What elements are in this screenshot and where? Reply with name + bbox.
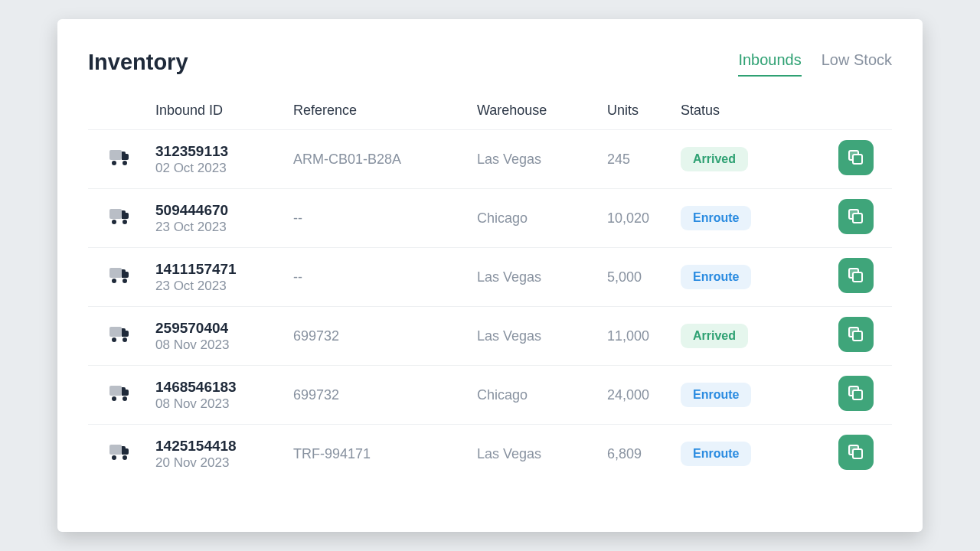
warehouse-value: Las Vegas <box>477 269 541 285</box>
warehouse-value: Las Vegas <box>477 328 541 344</box>
table-row: 31235911302 Oct 2023ARM-CB01-B28ALas Veg… <box>88 130 892 189</box>
inbound-date: 20 Nov 2023 <box>155 455 293 471</box>
truck-icon <box>109 268 131 283</box>
reference-value: -- <box>293 269 302 285</box>
copy-button[interactable] <box>838 258 874 293</box>
inbound-id: 1468546183 <box>155 378 293 396</box>
units-value: 245 <box>607 152 630 167</box>
status-badge: Arrived <box>681 147 748 171</box>
inbound-date: 23 Oct 2023 <box>155 219 293 235</box>
tab-low-stock[interactable]: Low Stock <box>822 51 892 77</box>
inbound-date: 23 Oct 2023 <box>155 278 293 294</box>
card-header: Inventory Inbounds Low Stock <box>88 50 892 77</box>
table-header-row: Inbound ID Reference Warehouse Units Sta… <box>88 103 892 130</box>
inbound-id: 312359113 <box>155 142 293 161</box>
header-warehouse: Warehouse <box>477 103 607 130</box>
copy-icon <box>852 154 863 165</box>
truck-icon <box>109 445 131 460</box>
status-badge: Enroute <box>681 265 751 289</box>
copy-icon <box>852 448 863 459</box>
header-inbound-id: Inbound ID <box>155 103 293 130</box>
table-row: 141115747123 Oct 2023--Las Vegas5,000Enr… <box>88 248 892 307</box>
truck-icon <box>109 386 131 401</box>
reference-value: -- <box>293 210 302 226</box>
reference-value: ARM-CB01-B28A <box>293 152 401 167</box>
warehouse-value: Las Vegas <box>477 446 541 461</box>
units-value: 24,000 <box>607 387 649 403</box>
warehouse-value: Chicago <box>477 210 528 226</box>
reference-value: 699732 <box>293 387 339 403</box>
units-value: 5,000 <box>607 269 642 285</box>
status-badge: Enroute <box>681 206 751 230</box>
copy-button[interactable] <box>838 199 874 234</box>
reference-value: 699732 <box>293 328 339 344</box>
warehouse-value: Las Vegas <box>477 152 541 167</box>
header-reference: Reference <box>293 103 477 130</box>
units-value: 10,020 <box>607 210 649 226</box>
table-row: 142515441820 Nov 2023TRF-994171Las Vegas… <box>88 425 892 484</box>
copy-icon <box>852 390 863 400</box>
inbound-id: 1411157471 <box>155 260 293 279</box>
copy-icon <box>852 213 863 223</box>
copy-button[interactable] <box>838 376 874 411</box>
tab-inbounds[interactable]: Inbounds <box>738 51 801 77</box>
table-row: 50944467023 Oct 2023--Chicago10,020Enrou… <box>88 189 892 248</box>
inbounds-table: Inbound ID Reference Warehouse Units Sta… <box>88 103 892 483</box>
copy-button[interactable] <box>838 435 874 470</box>
table-row: 146854618308 Nov 2023699732Chicago24,000… <box>88 366 892 425</box>
units-value: 6,809 <box>607 446 642 461</box>
inbound-date: 02 Oct 2023 <box>155 160 293 176</box>
inventory-card: Inventory Inbounds Low Stock Inbound ID … <box>57 19 923 532</box>
inbound-id: 509444670 <box>155 201 293 220</box>
status-badge: Arrived <box>681 324 748 348</box>
warehouse-value: Chicago <box>477 387 528 403</box>
status-badge: Enroute <box>681 442 751 466</box>
inbound-date: 08 Nov 2023 <box>155 396 293 412</box>
units-value: 11,000 <box>607 328 649 344</box>
truck-icon <box>109 209 131 224</box>
page-title: Inventory <box>88 50 188 75</box>
reference-value: TRF-994171 <box>293 446 371 461</box>
inbound-id: 259570404 <box>155 319 293 337</box>
table-row: 25957040408 Nov 2023699732Las Vegas11,00… <box>88 307 892 366</box>
copy-button[interactable] <box>838 140 874 175</box>
truck-icon <box>109 150 131 165</box>
status-badge: Enroute <box>681 383 751 407</box>
inbound-date: 08 Nov 2023 <box>155 337 293 353</box>
copy-icon <box>852 331 863 341</box>
copy-button[interactable] <box>838 317 874 352</box>
copy-icon <box>852 272 863 282</box>
header-status: Status <box>681 103 811 130</box>
truck-icon <box>109 327 131 342</box>
inbound-id: 1425154418 <box>155 437 293 455</box>
view-tabs: Inbounds Low Stock <box>738 50 892 77</box>
header-units: Units <box>607 103 681 130</box>
